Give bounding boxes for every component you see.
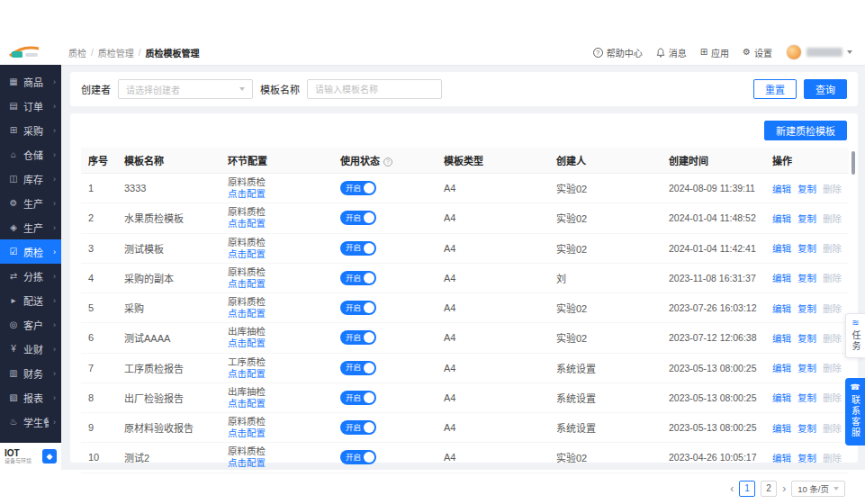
breadcrumb-level1[interactable]: 质检 [68,46,86,59]
status-toggle[interactable]: 开启 [340,271,376,285]
edit-link[interactable]: 编辑 [772,303,791,314]
configure-link[interactable]: 点击配置 [228,308,266,319]
delete-link[interactable]: 删除 [823,333,842,344]
sidebar-item-label: 订单 [23,99,49,113]
search-button[interactable]: 查询 [804,79,847,99]
sidebar-item-production[interactable]: ⚙生产› [0,191,61,215]
configure-link[interactable]: 点击配置 [228,218,266,229]
sidebar-item-sorting[interactable]: ⇄分拣› [0,264,61,288]
configure-link[interactable]: 点击配置 [228,338,266,348]
contact-support-float-tab[interactable]: ☎ 联系客服 [845,378,865,446]
configure-link[interactable]: 点击配置 [228,188,266,199]
status-toggle[interactable]: 开启 [340,211,376,225]
help-center-button[interactable]: ? 帮助中心 [593,46,643,59]
status-toggle[interactable]: 开启 [340,241,376,256]
delete-link[interactable]: 删除 [823,243,842,254]
templates-table: 序号 模板名称 环节配置 使用状态? 模板类型 创建人 创建时间 操作 1333… [81,148,849,473]
task-float-tab[interactable]: ≋ 任务 [845,313,865,358]
copy-link[interactable]: 复制 [797,303,816,314]
next-page-button[interactable]: › [782,483,786,494]
sidebar-item-orders[interactable]: ▤订单› [0,94,61,118]
sidebar-footer[interactable]: IOT 设备与环境 ◆ [0,443,61,470]
edit-link[interactable]: 编辑 [772,423,791,434]
delete-link[interactable]: 删除 [823,453,842,464]
sidebar-item-inventory[interactable]: ◫库存› [0,166,61,191]
configure-link[interactable]: 点击配置 [228,398,266,409]
reset-button[interactable]: 重置 [753,79,797,99]
delete-link[interactable]: 删除 [823,392,842,403]
page-size-select[interactable]: 10 条/页 [791,481,845,497]
copy-link[interactable]: 复制 [797,392,816,403]
stage-name: 原料质检 [228,266,326,278]
sidebar-item-customers[interactable]: ◎客户› [0,312,61,337]
status-toggle[interactable]: 开启 [340,391,376,405]
delete-link[interactable]: 删除 [823,303,842,314]
apps-button[interactable]: ⊞ 应用 [700,46,729,59]
template-type-cell: A4 [437,353,549,382]
stage-name: 原料质检 [228,206,326,218]
sidebar-item-biz-finance[interactable]: ¥业财› [0,337,61,361]
configure-link[interactable]: 点击配置 [228,248,266,259]
status-toggle[interactable]: 开启 [340,301,376,315]
sidebar-item-student-meal[interactable]: ♨学生餐› [0,410,61,434]
delete-link[interactable]: 删除 [823,273,842,284]
configure-link[interactable]: 点击配置 [228,278,266,289]
edit-link[interactable]: 编辑 [772,184,791,194]
delete-link[interactable]: 删除 [823,184,842,194]
settings-button[interactable]: ⚙ 设置 [743,46,772,59]
stage-config-cell: 原料质检点击配置 [221,443,333,472]
creator-cell: 系统设置 [549,382,662,412]
sidebar-item-goods[interactable]: ▦商品› [0,69,61,94]
breadcrumb-level2[interactable]: 质检管理 [98,46,134,59]
prev-page-button[interactable]: ‹ [730,483,734,494]
sidebar-item-delivery[interactable]: ▸配送› [0,288,61,312]
copy-link[interactable]: 复制 [797,363,816,374]
status-toggle[interactable]: 开启 [340,181,376,195]
edit-link[interactable]: 编辑 [772,243,791,254]
edit-link[interactable]: 编辑 [772,333,791,344]
creator-select[interactable]: 请选择创建者 [118,79,253,99]
sidebar-item-production-2[interactable]: ◈生产› [0,215,61,239]
edit-link[interactable]: 编辑 [772,392,791,403]
delete-link[interactable]: 删除 [823,423,842,434]
sidebar-item-warehouse[interactable]: ⌂仓储› [0,142,61,166]
copy-link[interactable]: 复制 [797,184,816,194]
edit-link[interactable]: 编辑 [772,453,791,464]
configure-link[interactable]: 点击配置 [228,457,266,468]
delete-link[interactable]: 删除 [823,363,842,374]
info-icon[interactable]: ? [383,158,392,166]
messages-button[interactable]: 消息 [656,46,687,59]
copy-link[interactable]: 复制 [797,273,816,284]
created-time-cell: 2023-07-12 12:06:38 [662,323,765,353]
copy-link[interactable]: 复制 [797,213,816,224]
configure-link[interactable]: 点击配置 [228,428,266,438]
sidebar-item-quality[interactable]: ☑质检› [0,239,61,264]
page-button-1[interactable]: 1 [739,481,755,497]
copy-link[interactable]: 复制 [797,423,816,434]
user-menu[interactable] [786,44,852,60]
edit-link[interactable]: 编辑 [772,213,791,224]
table-row: 4采购的副本原料质检点击配置开启A4刘2023-11-08 16:31:37编辑… [81,263,849,292]
iot-chat-icon[interactable]: ◆ [42,449,57,464]
edit-link[interactable]: 编辑 [772,363,791,374]
delete-link[interactable]: 删除 [823,213,842,224]
copy-link[interactable]: 复制 [797,453,816,464]
template-name-input[interactable] [307,79,442,99]
edit-link[interactable]: 编辑 [772,273,791,284]
new-template-button[interactable]: 新建质检模板 [764,121,847,140]
sidebar-item-finance[interactable]: ▥财务› [0,361,61,385]
stage-name: 原料质检 [228,176,326,188]
copy-link[interactable]: 复制 [797,243,816,254]
sidebar-item-purchase[interactable]: ⊞采购› [0,118,61,142]
status-toggle[interactable]: 开启 [340,330,376,345]
configure-link[interactable]: 点击配置 [228,368,266,379]
creator-cell: 实验02 [549,233,662,263]
production-icon: ⚙ [8,198,19,208]
status-toggle[interactable]: 开启 [340,361,376,375]
sidebar-item-reports[interactable]: ▧报表› [0,385,61,410]
status-toggle[interactable]: 开启 [340,420,376,435]
scrollbar-thumb[interactable] [851,151,855,175]
status-toggle[interactable]: 开启 [340,450,376,464]
page-button-2[interactable]: 2 [761,481,777,497]
copy-link[interactable]: 复制 [797,333,816,344]
